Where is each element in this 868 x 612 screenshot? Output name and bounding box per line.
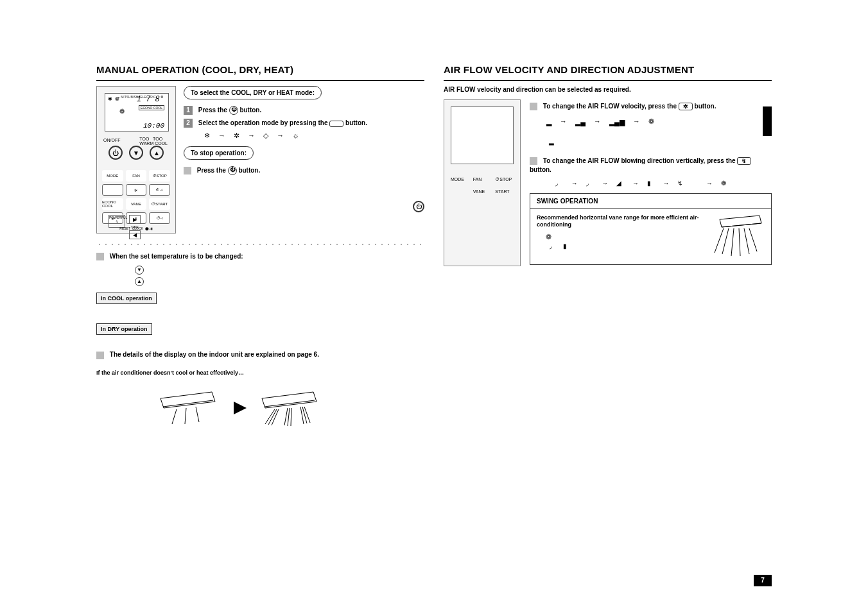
bullet-icon bbox=[530, 157, 537, 165]
bullet-icon bbox=[184, 167, 191, 174]
too-warm-cool-label: TOO TOOWARM COOL bbox=[139, 137, 168, 146]
velocity-step: To change the AIR FLOW velocity, press t… bbox=[530, 102, 772, 111]
remote-top-buttons: ⏻ ▼ ▲ bbox=[108, 146, 164, 160]
arrow-icon: → bbox=[218, 132, 225, 139]
remote-controller-illustration: MITSUBISHI ELECTRIC ✱ ❁ 1 7 8° ❁ ECONO C… bbox=[96, 86, 176, 234]
vane-pos-4-icon: ▮ bbox=[647, 180, 655, 187]
effective-note: If the air conditioner doesn’t cool or h… bbox=[96, 370, 424, 376]
fan-button-icon: ✲ bbox=[679, 103, 693, 110]
econo-label: ECONO COOL bbox=[102, 198, 123, 210]
in-cool-label: In COOL operation bbox=[96, 293, 157, 304]
arrow-icon: → bbox=[602, 180, 608, 187]
fan-label: FAN bbox=[126, 170, 147, 182]
remote-right-illustration: MODE FAN ⏱STOP VANE START bbox=[444, 99, 521, 266]
step-number-2: 2 bbox=[184, 119, 193, 128]
remote-econo-label: ECONO COOL bbox=[139, 105, 164, 110]
fan-speed-3-icon: ▂▄▆ bbox=[609, 118, 625, 126]
arrow-right-button: ▶ bbox=[129, 215, 141, 224]
mode-cycle: ❄ → ✲ → ◇ → ☼ bbox=[204, 132, 424, 140]
dotted-separator bbox=[96, 242, 424, 246]
start-label: START bbox=[495, 189, 515, 194]
remote-right-labels: MODE FAN ⏱STOP VANE START bbox=[451, 177, 515, 194]
vane-swing-icon: ↯ bbox=[677, 180, 685, 187]
vane-button-icon: ↯ bbox=[737, 157, 751, 165]
vane-label: VANE bbox=[126, 198, 147, 210]
powerful-button: POWERFUL ↯ bbox=[108, 215, 125, 228]
fan-low-icon: ▂ bbox=[549, 138, 772, 145]
temp-change-heading: When the set temperature is to be change… bbox=[96, 253, 424, 260]
arrow-icon: → bbox=[571, 180, 578, 187]
temp-down-button: ▼ bbox=[129, 146, 143, 160]
ac-units-illustration bbox=[154, 389, 424, 427]
power-icon bbox=[229, 106, 238, 115]
airflow-title: AIR FLOW VELOCITY AND DIRECTION ADJUSTME… bbox=[444, 64, 772, 75]
arrow-icon: → bbox=[560, 117, 567, 125]
remote-screen-icons: ✱ ❁ bbox=[108, 96, 120, 102]
mode-button bbox=[102, 184, 123, 196]
ac-unit-after-icon bbox=[256, 389, 326, 427]
arrow-icon: → bbox=[706, 180, 713, 187]
mode-label: MODE bbox=[451, 177, 471, 182]
vane-pos-1-icon: ◞ bbox=[555, 180, 563, 187]
temp-up-button: ▲ bbox=[150, 146, 164, 160]
manual-op-title: MANUAL OPERATION (COOL, DRY, HEAT) bbox=[96, 64, 424, 75]
indoor-unit-icon bbox=[707, 214, 765, 259]
power-icon-large-placement: ⏻ bbox=[184, 201, 424, 212]
ac-unit-before-icon bbox=[154, 389, 225, 427]
mode-button-icon bbox=[329, 121, 343, 127]
stop-label: ⏱STOP bbox=[495, 177, 515, 182]
vane-pos-3-icon: ◢ bbox=[616, 180, 624, 187]
fan-speed-1-icon: ▂ bbox=[546, 118, 551, 126]
direction-step: To change the AIR FLOW blowing direction… bbox=[530, 157, 772, 174]
arrow-icon: → bbox=[277, 132, 284, 139]
temp-up-icon-row: ▲ bbox=[135, 277, 424, 286]
step-1: 1 Press the button. bbox=[184, 106, 424, 115]
page-number: 7 bbox=[754, 575, 772, 586]
mode-label: MODE bbox=[102, 170, 123, 182]
fan-label: FAN bbox=[473, 177, 493, 182]
stop-timer-button: ⏱-○ bbox=[149, 184, 170, 196]
onoff-label: ON/OFF bbox=[103, 138, 120, 142]
stop-step: Press the button. bbox=[184, 166, 424, 175]
arrow-right-icon bbox=[234, 402, 247, 414]
instruction-panel: To select the COOL, DRY or HEAT mode: 1 … bbox=[184, 86, 424, 234]
sun-icon: ☼ bbox=[292, 132, 299, 139]
airflow-intro: AIR FLOW velocity and direction can be s… bbox=[444, 86, 772, 93]
arrow-icon: → bbox=[633, 117, 640, 125]
details-note: The details of the display on the indoor… bbox=[96, 351, 424, 359]
reset-clock-label: RESET CLOCK ⬤□▮ bbox=[97, 226, 175, 230]
remote-temp: 1 7 8° bbox=[137, 95, 164, 104]
fan-auto-icon: ❁ bbox=[648, 117, 654, 125]
dry-icon: ◇ bbox=[263, 132, 268, 139]
stop-label: ⏱STOP bbox=[149, 170, 170, 182]
remote-screen: MITSUBISHI ELECTRIC ✱ ❁ 1 7 8° ❁ ECONO C… bbox=[105, 93, 169, 132]
fan-speed-2-icon: ▂▄ bbox=[575, 118, 586, 126]
power-button: ⏻ bbox=[108, 146, 123, 160]
power-icon bbox=[228, 166, 237, 175]
arrow-icon: → bbox=[248, 132, 255, 139]
remote-clock: 10:00 bbox=[143, 122, 164, 130]
swing-text: Recommended horizontal vane range for mo… bbox=[537, 214, 700, 229]
arrow-icon: → bbox=[663, 180, 669, 187]
bullet-icon bbox=[96, 352, 104, 359]
swing-panel: SWING OPERATION Recommended horizontal v… bbox=[530, 193, 772, 265]
temp-up-circle-icon: ▲ bbox=[135, 277, 144, 286]
cool-icon: ❄ bbox=[204, 132, 210, 139]
fan-button: ✲ bbox=[126, 184, 147, 196]
bullet-icon bbox=[530, 103, 537, 110]
vane-auto-icon: ❁ bbox=[721, 180, 726, 187]
vane-pos-2-icon: ◞ bbox=[586, 180, 594, 187]
start-timer-button: ⏱-I bbox=[149, 212, 170, 224]
stop-operation-pill: To stop operation: bbox=[184, 146, 254, 160]
temp-down-circle-icon: ▼ bbox=[135, 266, 144, 275]
fan-speed-cycle: ▂ → ▂▄ → ▂▄▆ → ❁ bbox=[546, 117, 772, 126]
divider bbox=[444, 80, 772, 81]
arrow-left-button: ◀ bbox=[129, 230, 141, 239]
swing-title: SWING OPERATION bbox=[530, 194, 771, 209]
temp-down-icon-row: ▼ bbox=[135, 266, 424, 275]
swing-auto-icon: ❁ bbox=[546, 233, 700, 241]
arrow-icon: → bbox=[594, 117, 601, 125]
step-2: 2 Select the operation mode by pressing … bbox=[184, 119, 424, 128]
start-label: ⏱START bbox=[149, 198, 170, 210]
vane-label: VANE bbox=[473, 189, 493, 194]
